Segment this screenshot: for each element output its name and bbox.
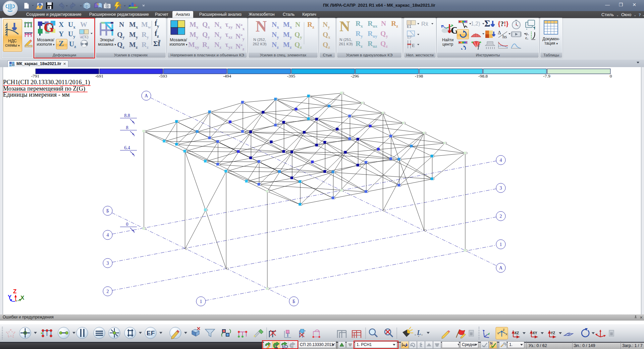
svg-text:φₒ: φₒ (525, 31, 529, 36)
svg-text:-593: -593 (159, 73, 167, 79)
svg-text:4: 4 (107, 233, 109, 238)
svg-text:L: L (417, 329, 421, 336)
svg-text:8.8: 8.8 (124, 113, 130, 118)
svg-text:8: 8 (126, 125, 128, 130)
svg-text:0: 0 (126, 222, 128, 227)
svg-text:EF: EF (407, 35, 412, 39)
svg-text:Y: Y (497, 332, 499, 335)
svg-text:Z: Z (503, 328, 505, 332)
svg-text:f: f (478, 44, 480, 50)
svg-text:hs: hs (502, 34, 507, 39)
svg-text:X: X (20, 295, 24, 301)
svg-text:Единицы измерения - мм: Единицы измерения - мм (3, 91, 70, 98)
svg-text:-7.9: -7.9 (543, 73, 550, 79)
svg-text:-395: -395 (287, 73, 296, 79)
svg-text:21: 21 (12, 64, 14, 66)
svg-text:-691: -691 (95, 73, 104, 79)
svg-text:-791: -791 (31, 73, 40, 79)
svg-text:Y: Y (8, 294, 12, 300)
svg-text:1: 1 (200, 299, 202, 304)
svg-text:eₒ: eₒ (525, 36, 528, 40)
svg-text:2: 2 (500, 214, 502, 219)
svg-text:E: E (412, 43, 415, 48)
svg-text:А: А (499, 265, 503, 270)
svg-text:N: N (490, 342, 492, 345)
svg-text:Б: Б (106, 208, 109, 213)
svg-text:А: А (145, 93, 148, 98)
svg-text:-98.8: -98.8 (478, 73, 488, 79)
svg-text:РСН1(СП 20.13330.2011/2016_1): РСН1(СП 20.13330.2011/2016_1) (3, 79, 90, 86)
svg-text:6.4: 6.4 (124, 145, 130, 150)
svg-text:G: G (451, 24, 457, 36)
svg-text:Δ: Δ (498, 30, 501, 35)
svg-text:Б: Б (292, 299, 295, 304)
svg-text:1: 1 (500, 242, 502, 247)
svg-text:-494: -494 (223, 73, 231, 79)
svg-text:2: 2 (107, 289, 109, 294)
svg-text:YZ: YZ (551, 331, 555, 335)
svg-text:Z: Z (13, 288, 16, 295)
svg-text:4: 4 (500, 158, 502, 163)
svg-text:XZ: XZ (515, 331, 519, 335)
svg-text:X: X (505, 333, 507, 336)
svg-text:-296: -296 (351, 73, 359, 79)
svg-text:XY: XY (533, 331, 537, 335)
svg-text:-198: -198 (415, 73, 423, 79)
svg-text:3: 3 (107, 261, 109, 266)
svg-text:E1: E1 (407, 24, 411, 28)
svg-text:0: 0 (610, 73, 612, 79)
svg-text:3: 3 (500, 186, 502, 191)
svg-text:EF: EF (147, 330, 155, 337)
